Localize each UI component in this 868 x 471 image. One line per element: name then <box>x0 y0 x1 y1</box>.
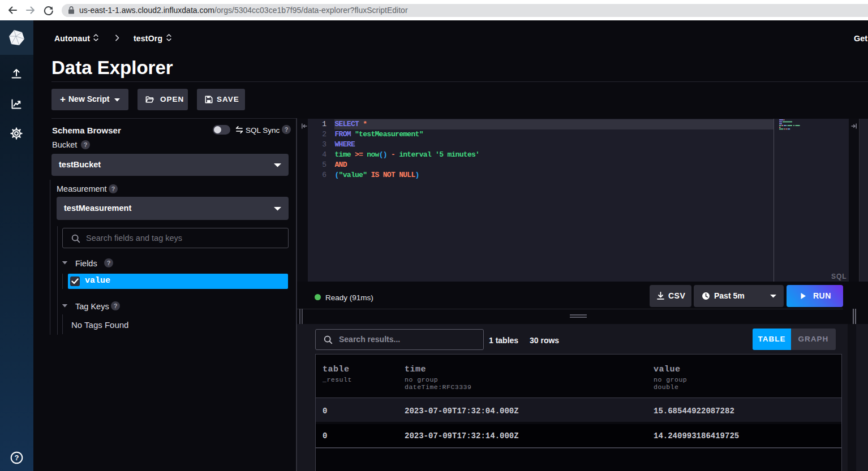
svg-text:?: ? <box>15 453 19 462</box>
